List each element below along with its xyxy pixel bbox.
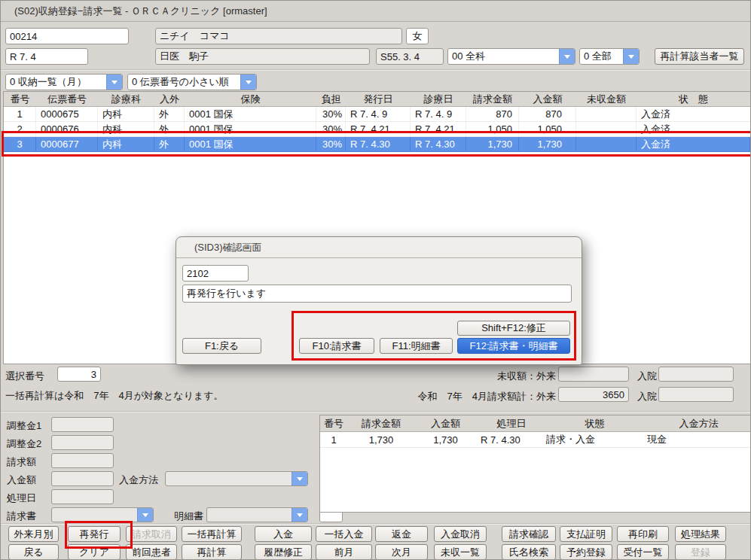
process-result-button[interactable]: 処理結果 bbox=[675, 526, 726, 542]
unpaid-list-button[interactable]: 未収一覧 bbox=[434, 544, 487, 560]
dialog-message-field[interactable] bbox=[182, 285, 572, 303]
previous-patient-button[interactable]: 前回患者 bbox=[126, 544, 177, 560]
unpaid-inpatient-field[interactable] bbox=[658, 367, 734, 382]
adjust2-field[interactable] bbox=[51, 435, 114, 450]
cell-issue-date: R 7. 4.21 bbox=[346, 122, 411, 136]
header-treatment-date: 診療日 bbox=[411, 92, 466, 106]
separator-line bbox=[1, 523, 750, 525]
recalc-button[interactable]: 再計算 bbox=[182, 544, 242, 560]
table-row[interactable]: 2 0000676 内科 外 0001 国保 30% R 7. 4.21 R 7… bbox=[4, 122, 750, 137]
window-titlebar: (S02)収納登録−請求一覧 - ＯＲＣＡクリニック [ormaster] bbox=[1, 1, 750, 22]
cell-unpaid-amount bbox=[576, 122, 637, 136]
dialog-invoice-detail-button[interactable]: F12:請求書・明細書 bbox=[457, 338, 570, 354]
cell-billed-amount: 1,730 bbox=[347, 432, 415, 447]
dialog-detail-button[interactable]: F11:明細書 bbox=[380, 338, 453, 354]
table-row[interactable]: 1 0000675 内科 外 0001 国保 30% R 7. 4. 9 R 7… bbox=[4, 107, 750, 122]
history-row[interactable]: 1 1,730 1,730 R 7. 4.30 請求・入金 現金 bbox=[320, 432, 750, 448]
billing-month-field[interactable] bbox=[5, 48, 88, 65]
monthly-outpatient-button[interactable]: 外来月別 bbox=[8, 526, 59, 542]
sort-order-value: 0 伝票番号の小さい順 bbox=[128, 75, 240, 89]
payment-certificate-button[interactable]: 支払証明 bbox=[560, 526, 612, 542]
back-button[interactable]: 戻る bbox=[8, 544, 59, 560]
patient-sex-field[interactable] bbox=[406, 28, 429, 44]
refund-button[interactable]: 返金 bbox=[375, 526, 428, 542]
clear-button[interactable]: クリア bbox=[68, 544, 121, 560]
cell-burden: 30% bbox=[316, 107, 346, 121]
detail-doc-select[interactable] bbox=[206, 507, 308, 522]
invoice-confirm-button[interactable]: 請求確認 bbox=[502, 526, 556, 542]
monthly-inpatient-field[interactable] bbox=[658, 387, 734, 402]
table-row-selected[interactable]: 3 0000677 内科 外 0001 国保 30% R 7. 4.30 R 7… bbox=[4, 137, 750, 152]
patient-kana-name-field[interactable] bbox=[155, 28, 402, 44]
dialog-back-button[interactable]: F1:戻る bbox=[182, 338, 261, 354]
cell-slip-number: 0000676 bbox=[36, 122, 98, 136]
separator-line bbox=[1, 69, 750, 71]
cell-issue-date: R 7. 4. 9 bbox=[346, 107, 411, 121]
scope-select[interactable]: 0 全部 bbox=[579, 48, 640, 65]
process-date-field[interactable] bbox=[51, 489, 114, 504]
name-search-button[interactable]: 氏名検索 bbox=[502, 544, 556, 560]
department-select[interactable]: 00 全科 bbox=[447, 48, 575, 65]
recalc-target-list-button[interactable]: 再計算該当者一覧 bbox=[655, 48, 744, 65]
payment-history-table: 番号 請求金額 入金額 処理日 状態 入金方法 1 1,730 1,730 R … bbox=[319, 415, 751, 513]
reissue-button[interactable]: 再発行 bbox=[68, 526, 121, 542]
header-status: 状 態 bbox=[637, 92, 750, 106]
batch-deposit-button[interactable]: 一括入金 bbox=[316, 526, 372, 542]
cell-status: 請求・入金 bbox=[542, 432, 643, 447]
adjust1-field[interactable] bbox=[51, 417, 114, 432]
dialog-code-field[interactable] bbox=[182, 265, 249, 282]
chevron-down-icon[interactable] bbox=[106, 75, 122, 90]
chevron-down-icon[interactable] bbox=[137, 508, 153, 522]
chevron-down-icon[interactable] bbox=[559, 49, 575, 64]
invoice-amount-field[interactable] bbox=[51, 453, 114, 468]
cell-department: 内科 bbox=[98, 107, 154, 121]
deposit-button[interactable]: 入金 bbox=[255, 526, 312, 542]
invoice-list-header: 番号 伝票番号 診療科 入外 保険 負担 発行日 診療日 請求金額 入金額 未収… bbox=[4, 92, 750, 107]
reservation-button[interactable]: 予約登録 bbox=[560, 544, 612, 560]
patient-name-field[interactable] bbox=[155, 48, 370, 65]
cell-insurance: 0001 国保 bbox=[185, 137, 316, 151]
header-payment-method: 入金方法 bbox=[643, 415, 750, 431]
chevron-down-icon[interactable] bbox=[292, 508, 307, 522]
cell-treatment-date: R 7. 4. 9 bbox=[411, 107, 466, 121]
cancel-deposit-button[interactable]: 入金取消 bbox=[434, 526, 487, 542]
list-mode-select[interactable]: 0 収納一覧（月） bbox=[5, 74, 123, 90]
chevron-down-icon[interactable] bbox=[292, 472, 307, 485]
deposit-amount-field[interactable] bbox=[51, 471, 114, 486]
prev-month-button[interactable]: 前月 bbox=[316, 544, 372, 560]
unpaid-outpatient-label: 未収額：外来 bbox=[423, 369, 556, 384]
history-edit-button[interactable]: 履歴修正 bbox=[255, 544, 312, 560]
header-paid-amount: 入金額 bbox=[415, 415, 476, 431]
chevron-down-icon[interactable] bbox=[623, 49, 639, 64]
cell-in-out: 外 bbox=[154, 107, 185, 121]
next-month-button[interactable]: 次月 bbox=[375, 544, 428, 560]
reception-list-button[interactable]: 受付一覧 bbox=[617, 544, 669, 560]
reprint-button[interactable]: 再印刷 bbox=[617, 526, 669, 542]
invoice-doc-select[interactable] bbox=[51, 507, 154, 522]
dialog-titlebar: (SID3)確認画面 bbox=[176, 237, 582, 258]
cancel-invoice-button: 請求取消 bbox=[126, 526, 177, 542]
adjust1-label: 調整金1 bbox=[7, 418, 41, 434]
cell-billed-amount: 1,050 bbox=[466, 122, 519, 136]
payment-method-label: 入金方法 bbox=[119, 473, 158, 488]
batch-recalc-button[interactable]: 一括再計算 bbox=[182, 526, 242, 542]
cell-department: 内科 bbox=[98, 122, 154, 136]
cell-paid-amount: 1,730 bbox=[519, 137, 576, 151]
monthly-outpatient-field[interactable] bbox=[558, 387, 629, 402]
birth-date-field[interactable] bbox=[376, 48, 444, 65]
cell-status: 入金済 bbox=[637, 122, 750, 136]
list-mode-value: 0 収納一覧（月） bbox=[6, 75, 106, 89]
header-burden: 負担 bbox=[316, 92, 346, 106]
unpaid-outpatient-field[interactable] bbox=[558, 367, 629, 382]
header-slip-number: 伝票番号 bbox=[36, 92, 98, 106]
confirm-dialog: (SID3)確認画面 F1:戻る F10:請求書 F11:明細書 Shift+F… bbox=[176, 236, 582, 365]
dialog-invoice-button[interactable]: F10:請求書 bbox=[299, 338, 374, 354]
selection-number-field[interactable] bbox=[57, 367, 101, 382]
header-number: 番号 bbox=[320, 415, 347, 431]
patient-id-field[interactable] bbox=[5, 28, 129, 44]
chevron-down-icon[interactable] bbox=[240, 75, 256, 90]
detail-doc-label: 明細書 bbox=[174, 509, 203, 524]
sort-order-select[interactable]: 0 伝票番号の小さい順 bbox=[127, 74, 257, 90]
payment-method-select[interactable] bbox=[165, 471, 308, 486]
dialog-modify-button[interactable]: Shift+F12:修正 bbox=[457, 321, 570, 336]
